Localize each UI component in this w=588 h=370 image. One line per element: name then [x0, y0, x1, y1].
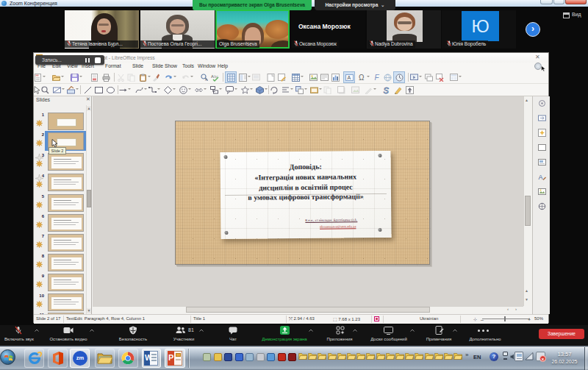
svg-text:A: A: [347, 75, 351, 80]
svg-text:F: F: [374, 74, 379, 82]
svg-text:A: A: [539, 174, 543, 181]
svg-text:S: S: [383, 86, 389, 94]
svg-text:A: A: [211, 74, 214, 79]
svg-text:Ω: Ω: [359, 74, 365, 82]
svg-text:A: A: [205, 77, 208, 82]
